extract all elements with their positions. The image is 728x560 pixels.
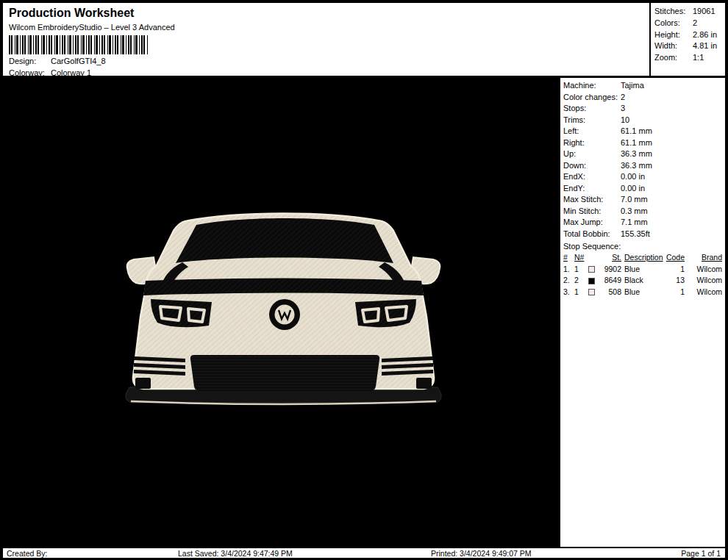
printed-text: Printed: 3/4/2024 9:49:07 PM	[431, 549, 532, 558]
thread-description: Blue	[621, 264, 665, 276]
stat-value: 1:1	[693, 53, 704, 62]
machine-row: Machine:Tajima	[563, 80, 722, 92]
machine-row-label: Trims:	[563, 115, 621, 126]
machine-row-label: EndX:	[563, 171, 621, 183]
machine-row-label: Min Stitch:	[563, 206, 621, 218]
col-st: St.	[599, 252, 621, 264]
machine-row: Trims:10	[563, 115, 722, 126]
design-value: CarGolfGTI4_8	[51, 57, 106, 65]
thread-number: 508	[599, 287, 621, 298]
machine-row-value: 7.0 mm	[621, 195, 648, 204]
stop-sequence-table: # N# St. Description Code Brand 1. 1 990…	[563, 252, 722, 298]
machine-row: Down:36.3 mm	[563, 160, 722, 172]
col-description: Description	[621, 252, 665, 264]
machine-row: Total Bobbin:155.35ft	[563, 229, 722, 240]
col-brand: Brand	[685, 252, 722, 264]
headlight-left	[151, 299, 212, 327]
machine-row-label: Down:	[563, 160, 621, 172]
thread-swatch	[588, 264, 599, 276]
grille-band	[143, 279, 424, 296]
machine-row: Max Stitch:7.0 mm	[563, 194, 722, 206]
stop-sequence-row: 1. 1 9902 Blue 1 Wilcom	[563, 264, 722, 276]
machine-row-label: Stops:	[563, 103, 621, 115]
header: Production Worksheet Wilcom EmbroiderySt…	[2, 2, 650, 76]
stop-needle: 1	[574, 264, 588, 276]
stat-row-stitches: Stitches:19061	[654, 6, 721, 18]
stat-value: 2	[693, 18, 697, 27]
stat-value: 19061	[693, 7, 715, 15]
thread-brand: Wilcom	[685, 275, 722, 287]
machine-row-value: 0.00 in	[621, 184, 645, 193]
machine-info-panel: Machine:Tajima Color changes:2 Stops:3 T…	[560, 77, 726, 548]
machine-row: Min Stitch:0.3 mm	[563, 206, 722, 218]
machine-row-label: Right:	[563, 137, 621, 149]
stop-num: 2.	[563, 275, 574, 287]
machine-row: EndY:0.00 in	[563, 183, 722, 195]
thread-swatch	[588, 287, 599, 298]
stat-value: 2.86 in	[693, 30, 717, 39]
colorway-value: Colorway 1	[51, 68, 91, 77]
page-number: Page 1 of 1	[681, 549, 721, 558]
machine-row-label: Machine:	[563, 80, 621, 92]
stat-label: Height:	[654, 29, 693, 41]
machine-row: Up:36.3 mm	[563, 148, 722, 160]
design-canvas	[2, 77, 560, 548]
machine-row: Left:61.1 mm	[563, 126, 722, 137]
thread-brand: Wilcom	[685, 287, 722, 298]
machine-row-value: 155.35ft	[621, 229, 650, 238]
stat-label: Width:	[654, 40, 693, 52]
design-label: Design:	[9, 57, 51, 66]
last-saved-text: Last Saved: 3/4/2024 9:47:49 PM	[178, 549, 293, 558]
machine-row-label: Left:	[563, 126, 621, 137]
thread-swatch	[588, 275, 599, 287]
stat-row-height: Height:2.86 in	[654, 29, 721, 41]
stat-row-width: Width:4.81 in	[654, 40, 721, 52]
machine-row-value: 2	[621, 93, 625, 101]
machine-row-value: 61.1 mm	[621, 126, 652, 135]
stop-sequence-title: Stop Sequence:	[563, 240, 722, 252]
stop-num: 1.	[563, 264, 574, 276]
machine-row-label: Total Bobbin:	[563, 229, 621, 240]
page-title: Production Worksheet	[9, 6, 643, 20]
machine-row: Stops:3	[563, 103, 722, 115]
design-row: Design:CarGolfGTI4_8	[9, 57, 643, 66]
thread-number: 9902	[599, 264, 621, 276]
machine-row: Right:61.1 mm	[563, 137, 722, 149]
machine-row-value: 36.3 mm	[621, 161, 652, 170]
col-needle: N#	[574, 252, 588, 264]
stop-needle: 2	[574, 275, 588, 287]
thread-brand: Wilcom	[685, 264, 722, 276]
vw-emblem-icon	[269, 299, 300, 330]
machine-row-label: Color changes:	[563, 92, 621, 104]
col-code: Code	[665, 252, 685, 264]
machine-row-label: Max Stitch:	[563, 194, 621, 206]
machine-row-label: EndY:	[563, 183, 621, 195]
stop-sequence-row: 2. 2 8649 Black 13 Wilcom	[563, 275, 722, 287]
machine-row: Max Jump:7.1 mm	[563, 217, 722, 229]
stop-needle: 1	[574, 287, 588, 298]
thread-code: 1	[665, 264, 685, 276]
stat-row-zoom: Zoom:1:1	[654, 52, 721, 64]
machine-row-value: 0.00 in	[621, 172, 645, 181]
lower-grille	[190, 355, 379, 391]
machine-row-value: 7.1 mm	[621, 218, 648, 226]
app-subtitle: Wilcom EmbroideryStudio – Level 3 Advanc…	[9, 23, 643, 32]
machine-row-value: Tajima	[621, 81, 644, 90]
machine-row-value: 3	[621, 104, 625, 112]
machine-row-value: 0.3 mm	[621, 207, 648, 215]
footer: Created By: Last Saved: 3/4/2024 9:47:49…	[2, 548, 726, 559]
col-num: #	[563, 252, 574, 264]
machine-row-value: 61.1 mm	[621, 138, 652, 147]
stat-value: 4.81 in	[693, 41, 717, 50]
windshield	[176, 218, 393, 263]
stat-label: Colors:	[654, 18, 693, 29]
stat-row-colors: Colors:2	[654, 18, 721, 29]
design-stats-panel: Stitches:19061 Colors:2 Height:2.86 in W…	[650, 2, 726, 76]
barcode	[9, 35, 149, 54]
machine-row-label: Up:	[563, 148, 621, 160]
stop-num: 3.	[563, 287, 574, 298]
machine-row: Color changes:2	[563, 92, 722, 104]
stat-label: Stitches:	[654, 6, 693, 18]
stop-sequence-row: 3. 1 508 Blue 1 Wilcom	[563, 287, 722, 298]
thread-code: 1	[665, 287, 685, 298]
